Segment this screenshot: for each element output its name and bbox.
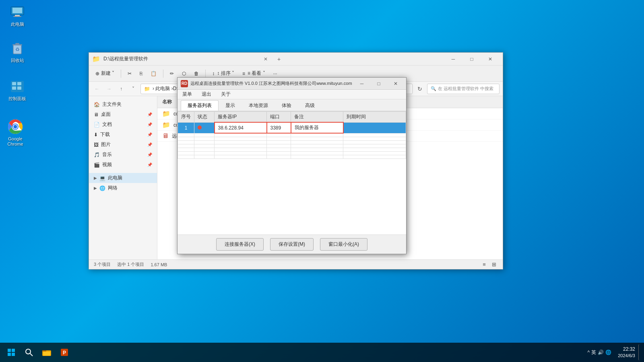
desktop-icon-this-pc[interactable]: 此电脑 bbox=[3, 4, 31, 27]
collapse-icon: ▶ bbox=[94, 176, 97, 180]
rdm-table-row-4[interactable] bbox=[178, 141, 406, 144]
this-pc-label: 此电脑 bbox=[11, 22, 24, 27]
documents-icon: 📄 bbox=[94, 122, 100, 128]
explorer-add-tab-icon[interactable]: + bbox=[277, 56, 281, 62]
rdm-tab-local-resources[interactable]: 本地资源 bbox=[242, 100, 275, 111]
sidebar-item-pictures[interactable]: 🖼 图片 📌 bbox=[89, 140, 157, 150]
rdm-menu-item-exit[interactable]: 退出 bbox=[200, 90, 213, 99]
sidebar-item-music[interactable]: 🎵 音乐 📌 bbox=[89, 150, 157, 160]
file-explorer-taskbar-button[interactable] bbox=[39, 344, 55, 360]
app-icon-remote: 🖥 bbox=[162, 132, 169, 140]
desktop-icon-control-panel[interactable]: 控制面板 bbox=[3, 78, 31, 101]
explorer-close-button[interactable]: ✕ bbox=[481, 53, 500, 66]
google-chrome-icon bbox=[7, 119, 23, 135]
more-button[interactable]: ··· bbox=[270, 69, 281, 78]
list-view-button[interactable]: ≡ bbox=[480, 261, 488, 269]
rdm-minimize-button[interactable]: ─ bbox=[355, 78, 369, 89]
svg-line-22 bbox=[30, 354, 33, 356]
cell-ip-1: 38.6.228.94 bbox=[215, 122, 267, 133]
rdm-maximize-button[interactable]: □ bbox=[372, 78, 386, 89]
sidebar-item-videos[interactable]: 🎬 视频 📌 bbox=[89, 160, 157, 170]
network-icon-taskbar[interactable]: 🌐 bbox=[605, 350, 611, 355]
speaker-icon[interactable]: 🔊 bbox=[598, 350, 604, 355]
music-icon: 🎵 bbox=[94, 152, 100, 158]
share-button[interactable]: ⬡ bbox=[179, 69, 189, 78]
powerpoint-taskbar-button[interactable]: P bbox=[56, 344, 72, 360]
desktop-icon-sidebar: 🖥 bbox=[94, 112, 99, 117]
refresh-button[interactable]: ↻ bbox=[415, 84, 425, 94]
powerpoint-taskbar-icon: P bbox=[60, 348, 69, 357]
start-button[interactable] bbox=[3, 344, 19, 360]
rename-button[interactable]: ✏ bbox=[167, 69, 177, 78]
svg-rect-6 bbox=[15, 43, 19, 44]
share-icon: ⬡ bbox=[182, 71, 186, 76]
explorer-minimize-button[interactable]: ─ bbox=[444, 53, 462, 66]
rdm-tab-experience[interactable]: 体验 bbox=[275, 100, 298, 111]
cell-expire-1 bbox=[343, 122, 406, 133]
rdm-save-button[interactable]: 保存设置(M) bbox=[270, 238, 314, 251]
new-button[interactable]: ⊕ 新建 ˅ bbox=[92, 68, 118, 78]
rdm-minimize-window-button[interactable]: 窗口最小化(A) bbox=[320, 238, 367, 251]
rdm-table-row-3[interactable] bbox=[178, 137, 406, 141]
grid-view-button[interactable]: ⊞ bbox=[490, 261, 498, 269]
pin-icon-music: 📌 bbox=[147, 152, 152, 157]
up-button[interactable]: ↑ bbox=[116, 84, 126, 94]
rdm-close-button[interactable]: ✕ bbox=[388, 78, 403, 89]
cell-port-1: 3389 bbox=[267, 122, 291, 133]
desktop-icon-recycle-bin[interactable]: ♻ 回收站 bbox=[3, 40, 31, 63]
control-panel-icon bbox=[9, 78, 25, 95]
rdm-table-row-6[interactable] bbox=[178, 148, 406, 152]
folder-icon-config2: 📁 bbox=[162, 121, 170, 129]
rdm-table-row-8[interactable] bbox=[178, 155, 406, 159]
svg-rect-19 bbox=[8, 353, 11, 356]
search-taskbar-button[interactable] bbox=[21, 344, 37, 360]
rdm-tab-display[interactable]: 显示 bbox=[219, 100, 242, 111]
explorer-maximize-button[interactable]: □ bbox=[462, 53, 481, 66]
paste-button[interactable]: 📋 bbox=[147, 69, 160, 78]
rdm-connect-button[interactable]: 连接服务器(X) bbox=[216, 238, 264, 251]
rdm-tab-advanced[interactable]: 高级 bbox=[298, 100, 322, 111]
cut-button[interactable]: ✂ bbox=[124, 69, 135, 78]
rdm-tab-server-list[interactable]: 服务器列表 bbox=[181, 100, 219, 111]
delete-button[interactable]: 🗑 bbox=[191, 69, 202, 78]
videos-icon: 🎬 bbox=[94, 162, 100, 168]
rename-icon: ✏ bbox=[170, 71, 174, 76]
svg-rect-24 bbox=[42, 350, 46, 352]
sidebar-item-this-pc[interactable]: ▶ 💻 此电脑 bbox=[89, 173, 157, 183]
back-button[interactable]: ← bbox=[92, 84, 102, 94]
network-icon: 🌐 bbox=[99, 185, 105, 191]
taskbar: P ^ 英 🔊 🌐 22:32 2024/6/3 bbox=[0, 343, 644, 362]
sidebar-quick-access[interactable]: 🏠 主文件夹 bbox=[89, 99, 157, 109]
show-desktop-button[interactable] bbox=[638, 344, 641, 360]
recent-button[interactable]: ˅ bbox=[128, 84, 138, 94]
recycle-bin-label: 回收站 bbox=[11, 58, 24, 63]
svg-rect-10 bbox=[17, 82, 21, 85]
sort-icon: ↕ bbox=[212, 71, 215, 76]
sidebar-item-downloads[interactable]: ⬇ 下载 📌 bbox=[89, 130, 157, 140]
rdm-table-header-row: 序号 状态 服务器IP 端口 备注 到期时间 bbox=[178, 112, 406, 123]
explorer-folder-icon: 📁 bbox=[92, 55, 100, 63]
rdm-table-row-1[interactable]: 1 38.6.228.94 3389 我的服务器 bbox=[178, 122, 406, 133]
svg-rect-12 bbox=[17, 86, 21, 90]
network-collapse-icon: ▶ bbox=[94, 186, 97, 190]
rdm-table-row-2[interactable] bbox=[178, 133, 406, 137]
desktop-icon-google-chrome[interactable]: GoogleChrome bbox=[1, 119, 29, 147]
tray-expand-icon[interactable]: ^ bbox=[588, 350, 590, 355]
explorer-close-tab-icon[interactable]: ✕ bbox=[264, 56, 268, 62]
cell-seq-1: 1 bbox=[178, 122, 194, 133]
svg-rect-25 bbox=[43, 352, 50, 356]
explorer-titlebar: 📁 D:\远程批量管理软件 ✕ + ─ □ ✕ bbox=[89, 53, 503, 66]
rdm-menu-item-main[interactable]: 菜单 bbox=[181, 90, 194, 99]
search-box[interactable]: 🔍 在 远程批量管理软件 中搜索 bbox=[427, 84, 500, 94]
forward-button[interactable]: → bbox=[104, 84, 114, 94]
sidebar-item-network[interactable]: ▶ 🌐 网络 bbox=[89, 183, 157, 193]
copy-button[interactable]: ⎘ bbox=[136, 69, 146, 78]
rdm-menu-item-about[interactable]: 关于 bbox=[219, 90, 232, 99]
explorer-title: D:\远程批量管理软件 bbox=[103, 56, 260, 62]
taskbar-clock[interactable]: 22:32 2024/6/3 bbox=[618, 346, 635, 359]
taskbar-date-value: 2024/6/3 bbox=[618, 353, 635, 359]
sidebar-item-documents[interactable]: 📄 文档 📌 bbox=[89, 119, 157, 130]
rdm-table-row-7[interactable] bbox=[178, 152, 406, 155]
rdm-table-row-5[interactable] bbox=[178, 144, 406, 148]
sidebar-item-desktop[interactable]: 🖥 桌面 📌 bbox=[89, 109, 157, 119]
